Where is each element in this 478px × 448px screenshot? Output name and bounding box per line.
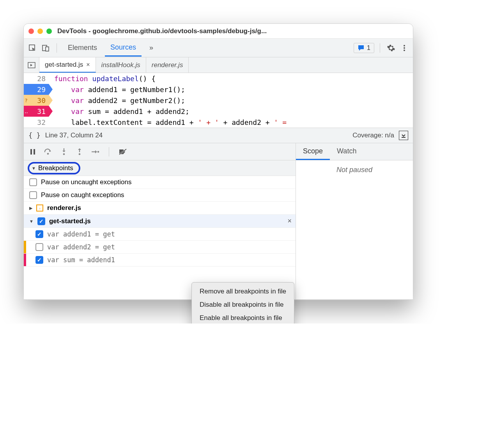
traffic-lights bbox=[28, 28, 52, 34]
svg-point-4 bbox=[404, 47, 405, 49]
file-tab-bar: get-started.js × installHook.js renderer… bbox=[24, 57, 413, 73]
checkbox[interactable] bbox=[29, 178, 37, 186]
pause-uncaught-label: Pause on uncaught exceptions bbox=[41, 178, 132, 186]
divider bbox=[109, 147, 109, 156]
devtools-window: DevTools - googlechrome.github.io/devtoo… bbox=[23, 23, 413, 300]
breakpoint-code: var addend1 = get bbox=[47, 230, 115, 238]
tab-watch[interactable]: Watch bbox=[330, 143, 363, 160]
line-number-logpoint[interactable]: ‥31 bbox=[24, 106, 49, 117]
chevron-right-icon: ▶ bbox=[29, 206, 32, 211]
kebab-icon[interactable] bbox=[399, 43, 410, 53]
code-editor[interactable]: 28 29 ?30 ‥31 32 function updateLabel() … bbox=[24, 73, 413, 128]
breakpoint-color-bar bbox=[24, 254, 26, 266]
file-tab-renderer[interactable]: renderer.js bbox=[146, 57, 189, 73]
svg-rect-2 bbox=[46, 47, 49, 51]
divider bbox=[57, 43, 57, 53]
breakpoint-color-bar bbox=[24, 241, 26, 253]
breakpoint-file-get-started[interactable]: ▼ get-started.js × bbox=[24, 215, 296, 228]
tab-scope[interactable]: Scope bbox=[296, 143, 330, 160]
deactivate-breakpoints-icon[interactable] bbox=[118, 147, 128, 157]
checkbox[interactable] bbox=[35, 230, 43, 238]
pause-caught-label: Pause on caught exceptions bbox=[41, 191, 124, 199]
close-window-button[interactable] bbox=[28, 28, 34, 34]
cursor-position: Line 37, Column 24 bbox=[45, 132, 103, 139]
svg-point-3 bbox=[404, 45, 405, 46]
svg-point-12 bbox=[79, 153, 81, 155]
device-toggle-icon[interactable] bbox=[40, 43, 51, 53]
line-number[interactable]: 28 bbox=[24, 73, 49, 84]
svg-point-11 bbox=[63, 153, 65, 155]
pretty-print-icon[interactable]: { } bbox=[28, 132, 41, 139]
close-icon[interactable]: × bbox=[86, 61, 90, 68]
line-number[interactable]: 32 bbox=[24, 117, 49, 128]
debugger-toolbar bbox=[24, 143, 296, 160]
menu-enable-all-in-file[interactable]: Enable all breakpoints in file bbox=[192, 311, 294, 324]
file-name: renderer.js bbox=[47, 204, 81, 212]
context-menu: Remove all breakpoints in file Disable a… bbox=[191, 282, 294, 324]
titlebar: DevTools - googlechrome.github.io/devtoo… bbox=[24, 24, 413, 39]
editor-statusbar: { } Line 37, Column 24 Coverage: n/a bbox=[24, 128, 413, 143]
breakpoint-item[interactable]: var sum = addend1 bbox=[24, 254, 296, 267]
inspect-icon[interactable] bbox=[27, 43, 38, 53]
gutter[interactable]: 28 29 ?30 ‥31 32 bbox=[24, 73, 49, 128]
file-tab-get-started[interactable]: get-started.js × bbox=[39, 57, 96, 73]
breakpoint-code: var sum = addend1 bbox=[47, 256, 115, 264]
checkbox[interactable] bbox=[29, 191, 37, 199]
step-over-icon[interactable] bbox=[43, 147, 53, 157]
js-file-icon: ⬨ bbox=[36, 204, 43, 212]
debug-area: ▼ Breakpoints Pause on uncaught exceptio… bbox=[24, 143, 413, 300]
chevron-down-icon: ▼ bbox=[29, 219, 34, 224]
step-out-icon[interactable] bbox=[74, 147, 85, 157]
svg-rect-9 bbox=[34, 149, 35, 155]
svg-rect-7 bbox=[402, 137, 405, 138]
menu-disable-all-in-file[interactable]: Disable all breakpoints in file bbox=[192, 298, 294, 311]
file-tab-label: renderer.js bbox=[152, 61, 183, 69]
step-into-icon[interactable] bbox=[59, 147, 69, 157]
window-title: DevTools - googlechrome.github.io/devtoo… bbox=[57, 27, 408, 35]
file-tab-label: get-started.js bbox=[45, 61, 83, 69]
checkbox[interactable] bbox=[35, 256, 43, 264]
breakpoint-code: var addend2 = get bbox=[47, 243, 115, 251]
tab-overflow[interactable]: » bbox=[144, 40, 159, 56]
issues-button[interactable]: 1 bbox=[354, 43, 374, 53]
file-tab-label: installHook.js bbox=[101, 61, 140, 69]
breakpoint-item[interactable]: var addend2 = get bbox=[24, 241, 296, 254]
debug-right-panel: Scope Watch Not paused bbox=[296, 143, 413, 299]
code-lines[interactable]: function updateLabel() { var addend1 = g… bbox=[49, 73, 413, 128]
debug-left-panel: ▼ Breakpoints Pause on uncaught exceptio… bbox=[24, 143, 296, 299]
svg-point-5 bbox=[404, 50, 405, 51]
coverage-status: Coverage: n/a bbox=[352, 132, 394, 139]
menu-remove-all-in-file[interactable]: Remove all breakpoints in file bbox=[192, 285, 294, 298]
navigator-toggle-icon[interactable] bbox=[24, 57, 39, 73]
file-tab-installhook[interactable]: installHook.js bbox=[96, 57, 146, 73]
breakpoint-file-renderer[interactable]: ▶ ⬨ renderer.js bbox=[24, 202, 296, 215]
minimize-window-button[interactable] bbox=[37, 28, 43, 34]
breakpoint-item[interactable]: var addend1 = get bbox=[24, 228, 296, 241]
main-toolbar: Elements Sources » 1 bbox=[24, 39, 413, 57]
maximize-window-button[interactable] bbox=[46, 28, 52, 34]
breakpoints-section-header[interactable]: ▼ Breakpoints bbox=[24, 160, 296, 176]
right-panel-tabs: Scope Watch bbox=[296, 143, 413, 160]
svg-point-10 bbox=[47, 153, 49, 155]
divider bbox=[380, 43, 380, 53]
svg-rect-8 bbox=[30, 149, 32, 155]
pause-icon[interactable] bbox=[28, 147, 38, 157]
close-icon[interactable]: × bbox=[287, 217, 292, 225]
step-icon[interactable] bbox=[90, 147, 100, 157]
checkbox[interactable] bbox=[35, 243, 43, 251]
chevron-down-icon: ▼ bbox=[32, 166, 36, 171]
breakpoints-label: Breakpoints bbox=[38, 164, 73, 172]
line-number-breakpoint[interactable]: 29 bbox=[24, 84, 49, 95]
collapse-button[interactable] bbox=[399, 131, 408, 140]
pause-uncaught-row[interactable]: Pause on uncaught exceptions bbox=[24, 176, 296, 189]
gear-icon[interactable] bbox=[386, 43, 397, 53]
svg-point-13 bbox=[97, 151, 99, 153]
issues-count: 1 bbox=[367, 44, 370, 52]
tab-elements[interactable]: Elements bbox=[62, 40, 103, 56]
scope-status: Not paused bbox=[296, 160, 413, 180]
checkbox[interactable] bbox=[37, 217, 45, 225]
tab-sources[interactable]: Sources bbox=[105, 39, 142, 57]
file-name: get-started.js bbox=[49, 217, 91, 225]
line-number-conditional-breakpoint[interactable]: ?30 bbox=[24, 95, 49, 106]
pause-caught-row[interactable]: Pause on caught exceptions bbox=[24, 189, 296, 202]
